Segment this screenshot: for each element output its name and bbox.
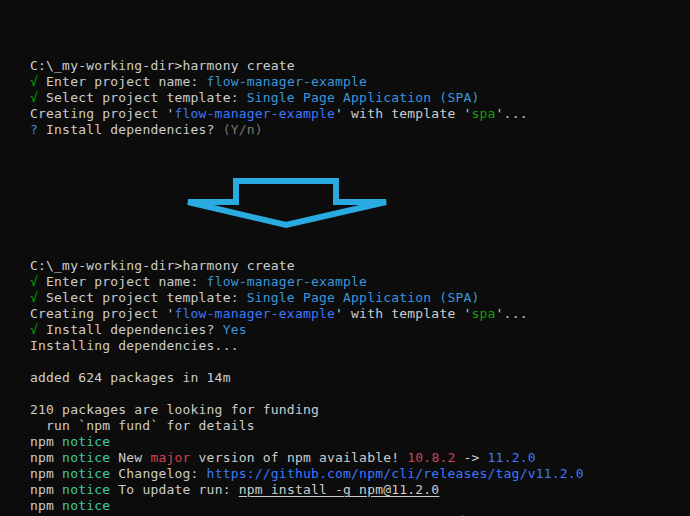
terminal-text-segment: npm	[30, 482, 62, 497]
terminal-line	[30, 386, 682, 402]
terminal-text-segment: major	[150, 450, 190, 465]
transition-arrow-row	[30, 170, 682, 226]
terminal-text-segment: 10.8.2	[407, 450, 455, 465]
terminal-line: npm notice New major version of npm avai…	[30, 450, 682, 466]
terminal-text-segment: 210 packages are looking for funding	[30, 402, 319, 417]
terminal-text-segment: flow-manager-example	[174, 306, 335, 321]
terminal-line: run `npm fund` for details	[30, 418, 682, 434]
terminal-text-segment: ' with template '	[335, 306, 471, 321]
terminal-line: added 624 packages in 14m	[30, 370, 682, 386]
terminal-text-segment: Single Page Application (SPA)	[247, 90, 480, 105]
terminal-text-segment: Install dependencies?	[46, 322, 223, 337]
terminal-text-segment: C:\_my-working-dir>harmony create	[30, 258, 295, 273]
terminal-text-segment: run `npm fund` for details	[30, 418, 255, 433]
terminal-text-segment: spa	[472, 306, 496, 321]
terminal-line: √ Enter project name: flow-manager-examp…	[30, 274, 682, 290]
terminal-text-segment: flow-manager-example	[174, 106, 335, 121]
terminal-text-segment: 11.2.0	[488, 450, 536, 465]
terminal-line: √ Install dependencies? Yes	[30, 322, 682, 338]
terminal-text-segment: notice	[62, 466, 110, 481]
terminal-text-segment: Yes	[223, 322, 247, 337]
terminal-text-segment: spa	[472, 106, 496, 121]
terminal-text-segment: '...	[496, 306, 528, 321]
terminal-line: C:\_my-working-dir>harmony create	[30, 58, 682, 74]
terminal-output-before: C:\_my-working-dir>harmony create√ Enter…	[30, 58, 682, 138]
terminal-line: √ Enter project name: flow-manager-examp…	[30, 74, 682, 90]
terminal-line: 210 packages are looking for funding	[30, 402, 682, 418]
terminal-text-segment: ?	[30, 122, 46, 137]
terminal-line: Creating project 'flow-manager-example' …	[30, 306, 682, 322]
terminal-text-segment: notice	[62, 498, 110, 513]
terminal-text-segment: npm	[30, 450, 62, 465]
terminal-output-after: C:\_my-working-dir>harmony create√ Enter…	[30, 258, 682, 516]
terminal-text-segment: npm	[30, 498, 62, 513]
terminal-line	[30, 354, 682, 370]
terminal-text-segment: √	[30, 90, 46, 105]
terminal-line: npm notice	[30, 498, 682, 514]
terminal-text-segment: notice	[62, 434, 110, 449]
terminal-text-segment: flow-manager-example	[207, 74, 368, 89]
terminal-text-segment: ' with template '	[335, 106, 471, 121]
terminal-text-segment: notice	[62, 482, 110, 497]
terminal-text-segment: Single Page Application (SPA)	[247, 290, 480, 305]
terminal-text-segment: (Y/n)	[223, 122, 263, 137]
terminal-text-segment: Select project template:	[46, 90, 247, 105]
terminal-text-segment: added 624 packages in 14m	[30, 370, 231, 385]
terminal-text-segment: √	[30, 274, 46, 289]
terminal-line: √ Select project template: Single Page A…	[30, 290, 682, 306]
terminal-text-segment: Changelog:	[110, 466, 206, 481]
terminal-text-segment: Select project template:	[46, 290, 247, 305]
terminal-text-segment: √	[30, 322, 46, 337]
terminal-text-segment: √	[30, 290, 46, 305]
terminal-window[interactable]: C:\_my-working-dir>harmony create√ Enter…	[0, 0, 690, 516]
terminal-text-segment: Installing dependencies...	[30, 338, 239, 353]
terminal-text-segment: Creating project '	[30, 306, 174, 321]
terminal-text-segment: '...	[496, 106, 528, 121]
terminal-line: npm notice	[30, 434, 682, 450]
terminal-line: ? Install dependencies? (Y/n)	[30, 122, 682, 138]
down-arrow-icon	[185, 178, 389, 230]
terminal-text-segment: To update run:	[110, 482, 238, 497]
terminal-text-segment: New	[110, 450, 150, 465]
terminal-text-segment: npm	[30, 466, 62, 481]
terminal-text-segment: npm	[30, 434, 62, 449]
terminal-text-segment: npm install -g npm@11.2.0	[239, 482, 440, 497]
terminal-line: Installing dependencies...	[30, 338, 682, 354]
terminal-text-segment: Creating project '	[30, 106, 174, 121]
terminal-text-segment: Enter project name:	[46, 74, 207, 89]
terminal-text-segment: flow-manager-example	[207, 274, 368, 289]
terminal-text-segment: √	[30, 74, 46, 89]
terminal-text-segment: ->	[455, 450, 487, 465]
terminal-line: npm notice To update run: npm install -g…	[30, 482, 682, 498]
terminal-line: npm notice Changelog: https://github.com…	[30, 466, 682, 482]
terminal-line: C:\_my-working-dir>harmony create	[30, 258, 682, 274]
terminal-line: Creating project 'flow-manager-example' …	[30, 106, 682, 122]
terminal-line: √ Select project template: Single Page A…	[30, 90, 682, 106]
terminal-text-segment: notice	[62, 450, 110, 465]
terminal-text-segment: Install dependencies?	[46, 122, 223, 137]
terminal-text-segment: C:\_my-working-dir>harmony create	[30, 58, 295, 73]
terminal-text-segment: version of npm available!	[191, 450, 408, 465]
terminal-text-segment: Enter project name:	[46, 274, 207, 289]
terminal-link[interactable]: https://github.com/npm/cli/releases/tag/…	[207, 466, 584, 481]
